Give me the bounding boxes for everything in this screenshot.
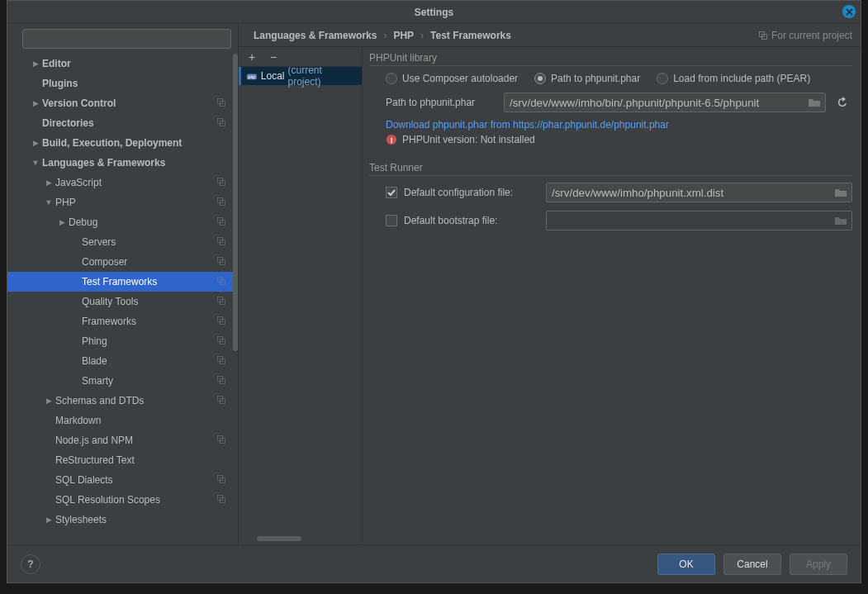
tree-item[interactable]: ▼Languages & Frameworks [7, 153, 233, 173]
download-phar-link[interactable]: Download phpunit.phar from https://phar.… [386, 119, 669, 131]
breadcrumb-part[interactable]: PHP [393, 30, 414, 41]
tree-item-label: Editor [42, 58, 233, 69]
tree-item[interactable]: ▶Schemas and DTDs [7, 391, 233, 411]
default-bootstrap-checkbox[interactable] [386, 215, 397, 226]
tree-item[interactable]: ReStructured Text [7, 450, 233, 470]
search-input[interactable] [22, 29, 231, 49]
mid-hscroll-thumb[interactable] [257, 536, 301, 541]
tree-item[interactable]: Phing [7, 331, 233, 351]
chevron-icon: ▶ [29, 59, 42, 68]
mid-hscroll[interactable] [242, 536, 358, 543]
chevron-icon: ▶ [29, 139, 42, 147]
tree-item[interactable]: Smarty [7, 371, 233, 391]
php-icon: php [246, 70, 258, 82]
default-config-input[interactable] [546, 183, 852, 202]
chevron-icon: ▼ [42, 198, 55, 207]
tree-item-label: Frameworks [82, 316, 233, 327]
tree-item[interactable]: Composer [7, 252, 233, 272]
radio-icon [386, 73, 397, 84]
tree-item[interactable]: ▶Build, Execution, Deployment [7, 133, 233, 153]
chevron-icon: ▶ [42, 516, 55, 524]
search-wrap [7, 29, 238, 54]
phpunit-version-text: PHPUnit version: Not installed [402, 134, 535, 145]
apply-button[interactable]: Apply [790, 554, 847, 575]
tree-item[interactable]: SQL Dialects [7, 470, 233, 490]
tree-item[interactable]: SQL Resolution Scopes [7, 490, 233, 510]
tree-item-label: Smarty [82, 375, 233, 387]
breadcrumb-sep: › [383, 30, 387, 41]
tree-item[interactable]: Directories [7, 113, 233, 133]
chevron-icon: ▶ [55, 218, 69, 226]
tree-item[interactable]: ▼PHP [7, 192, 233, 212]
tree-item[interactable]: ▶JavaScript [7, 173, 233, 192]
radio-pear[interactable]: Load from include path (PEAR) [657, 73, 810, 84]
tree-item[interactable]: Quality Tools [7, 292, 233, 311]
folder-icon[interactable] [834, 214, 847, 227]
radio-icon [534, 73, 546, 84]
radio-composer-label: Use Composer autoloader [402, 73, 518, 84]
tree-item-label: Composer [82, 256, 233, 268]
tree-item[interactable]: Frameworks [7, 311, 233, 331]
cancel-button[interactable]: Cancel [723, 554, 781, 575]
tree-item[interactable]: Blade [7, 351, 233, 371]
interpreter-suffix: (current project) [287, 67, 357, 88]
svg-text:!: ! [390, 135, 392, 145]
radio-composer[interactable]: Use Composer autoloader [386, 73, 518, 84]
tree-item[interactable]: ▶Debug [7, 212, 233, 232]
tree-item-label: ReStructured Text [55, 454, 233, 466]
settings-tree[interactable]: ▶EditorPlugins▶Version ControlDirectorie… [7, 54, 238, 544]
radio-pear-label: Load from include path (PEAR) [673, 73, 810, 84]
folder-icon[interactable] [834, 186, 847, 199]
remove-button[interactable]: − [267, 50, 280, 64]
tree-item[interactable]: ▶Version Control [7, 93, 233, 113]
tree-item-label: Node.js and NPM [55, 435, 233, 446]
radio-phar[interactable]: Path to phpunit.phar [534, 73, 640, 84]
chevron-icon: ▶ [29, 99, 42, 107]
right-area: Languages & Frameworks › PHP › Test Fram… [239, 24, 861, 544]
default-config-checkbox[interactable] [386, 187, 397, 198]
tree-item-label: Servers [82, 236, 233, 248]
tree-item-label: Quality Tools [82, 296, 233, 307]
tree-scroll-thumb[interactable] [233, 54, 238, 351]
phar-path-input[interactable] [504, 93, 826, 112]
breadcrumb-part[interactable]: Test Frameworks [430, 30, 511, 41]
add-button[interactable]: + [245, 50, 259, 64]
tree-item[interactable]: ▶Stylesheets [7, 510, 233, 530]
project-scope-icon [758, 31, 768, 40]
tree-item-label: Stylesheets [55, 514, 233, 525]
phar-path-row: Path to phpunit.phar [386, 93, 852, 112]
refresh-button[interactable] [832, 93, 852, 112]
breadcrumb-part[interactable]: Languages & Frameworks [254, 30, 377, 41]
tree-item[interactable]: Test Frameworks [7, 272, 233, 292]
tree-item[interactable]: Servers [7, 232, 233, 252]
breadcrumb-sep: › [420, 30, 424, 41]
tree-item-label: Directories [42, 117, 233, 129]
tree-item-label: Languages & Frameworks [42, 157, 233, 169]
dialog-footer: ? OK Cancel Apply [7, 544, 861, 582]
chevron-icon: ▼ [29, 159, 42, 167]
default-config-row: Default configuration file: [386, 183, 852, 202]
tree-item[interactable]: Node.js and NPM [7, 430, 233, 450]
tree-scrollbar[interactable] [231, 54, 238, 544]
close-icon[interactable] [842, 5, 856, 18]
help-button[interactable]: ? [21, 554, 40, 574]
interpreter-list-panel: + − php Local (current project) [239, 47, 363, 544]
runner-section-header: Test Runner [369, 157, 852, 176]
dialog-body: ▶EditorPlugins▶Version ControlDirectorie… [7, 24, 861, 544]
for-current-project: For current project [758, 30, 852, 41]
tree-item[interactable]: ▶Editor [7, 54, 233, 74]
default-config-label: Default configuration file: [404, 187, 546, 198]
ok-button[interactable]: OK [657, 554, 715, 575]
settings-tree-panel: ▶EditorPlugins▶Version ControlDirectorie… [7, 24, 239, 544]
tree-item[interactable]: Markdown [7, 411, 233, 430]
tree-item-label: Schemas and DTDs [55, 395, 233, 406]
radio-phar-label: Path to phpunit.phar [551, 73, 640, 84]
tree-item[interactable]: Plugins [7, 74, 233, 93]
interpreter-list-item[interactable]: php Local (current project) [239, 67, 362, 85]
default-bootstrap-row: Default bootstrap file: [386, 211, 852, 230]
default-bootstrap-input[interactable] [546, 211, 852, 230]
content-panel: PHPUnit library Use Composer autoloader … [363, 47, 861, 544]
folder-icon[interactable] [808, 96, 821, 109]
interpreter-name: Local [261, 70, 285, 82]
tree-item-label: Blade [82, 355, 233, 367]
